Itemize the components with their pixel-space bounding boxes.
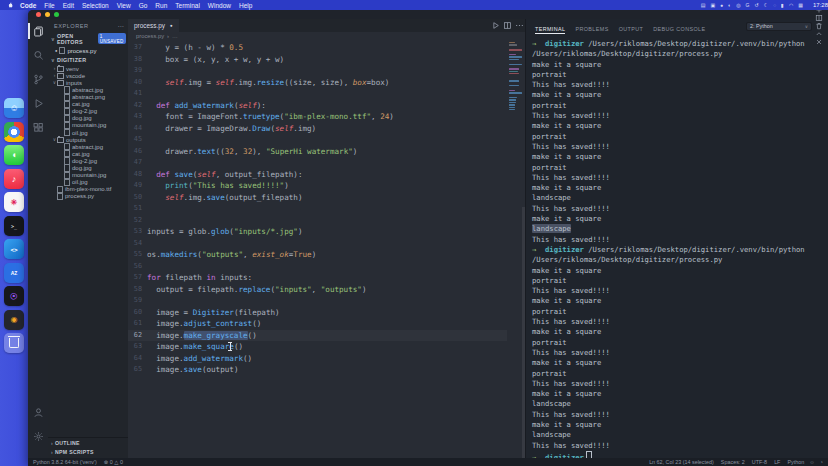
- activity-extensions-icon[interactable]: [28, 115, 48, 139]
- code-line-57[interactable]: 57for filepath in inputs:: [128, 272, 507, 284]
- vscode-dock-icon[interactable]: <>: [4, 239, 24, 259]
- code-line-58[interactable]: 58 output = filepath.replace("inputs", "…: [128, 284, 507, 296]
- code-line-61[interactable]: 61 image.adjust_contrast(): [128, 318, 507, 330]
- code-line-48[interactable]: 48 def save(self, output_filepath):: [128, 169, 507, 181]
- code-line-42[interactable]: 42 def add_watermark(self):: [128, 100, 507, 112]
- apple-menu[interactable]: [4, 2, 16, 8]
- open-editor-item[interactable]: ●process.py: [48, 46, 128, 55]
- menu-item-file[interactable]: File: [40, 2, 58, 9]
- activity-explorer-icon[interactable]: [28, 19, 48, 43]
- code-line-39[interactable]: 39: [128, 65, 507, 77]
- terminal-dock-icon[interactable]: >_: [4, 216, 24, 236]
- menu-item-window[interactable]: Window: [204, 2, 235, 9]
- code-line-65[interactable]: 65 image.save(output): [128, 364, 507, 376]
- tree-item-vscode[interactable]: ›vscode: [48, 72, 128, 79]
- modified-dot-icon[interactable]: ●: [170, 23, 173, 28]
- code-line-56[interactable]: 56: [128, 261, 507, 273]
- menu-item-run[interactable]: Run: [151, 2, 171, 9]
- input-source-icon[interactable]: G: [746, 2, 750, 8]
- photos-dock-icon[interactable]: ◉: [4, 310, 24, 330]
- messages-dock-icon[interactable]: ◖: [4, 145, 24, 165]
- code-line-64[interactable]: 64 image.add_watermark(): [128, 353, 507, 365]
- code-line-46[interactable]: 46 drawer.text((32, 32), "SuperHi waterm…: [128, 146, 507, 158]
- tree-item-cat-jpg[interactable]: cat.jpg: [48, 150, 128, 157]
- code-line-53[interactable]: 53inputs = glob.glob("inputs/*.jpg"): [128, 226, 507, 238]
- screen-mirroring-icon[interactable]: ▤: [701, 2, 706, 8]
- time-machine-icon[interactable]: ↺: [754, 2, 758, 8]
- outline-section-header[interactable]: › OUTLINE: [48, 438, 128, 447]
- menu-item-edit[interactable]: Edit: [59, 2, 78, 9]
- code-line-38[interactable]: 38 box = (x, y, x + w, y + w): [128, 54, 507, 66]
- code-line-41[interactable]: 41: [128, 88, 507, 100]
- activity-run-debug-icon[interactable]: [28, 91, 48, 115]
- close-window-button[interactable]: [36, 12, 41, 17]
- location-icon[interactable]: ◌: [773, 2, 776, 8]
- split-terminal-button[interactable]: [814, 14, 824, 22]
- tree-item-dog-jpg[interactable]: dog.jpg: [48, 115, 128, 122]
- status-encoding[interactable]: UTF-8: [752, 459, 767, 465]
- notifications-bell-icon[interactable]: ◔: [820, 459, 823, 465]
- stage-manager-icon[interactable]: ▣: [710, 2, 715, 8]
- editor-scrollbar[interactable]: [522, 207, 525, 458]
- keyboard-brightness-icon[interactable]: ◐: [728, 2, 731, 8]
- tree-item-oil-jpg[interactable]: oil.jpg: [48, 129, 128, 136]
- menu-item-help[interactable]: Help: [235, 2, 256, 9]
- code-line-51[interactable]: 51: [128, 203, 507, 215]
- code-line-59[interactable]: 59: [128, 295, 507, 307]
- tree-item-process-py[interactable]: process.py: [48, 193, 128, 200]
- npm-scripts-section-header[interactable]: › NPM SCRIPTS: [48, 447, 128, 456]
- tree-item-dog-2-jpg[interactable]: dog-2.jpg: [48, 108, 128, 115]
- code-line-62[interactable]: 62 image.make_grayscale(): [128, 330, 507, 342]
- minimize-window-button[interactable]: [45, 12, 50, 17]
- menubar-clock[interactable]: 17:28: [813, 2, 828, 8]
- code-line-43[interactable]: 43 font = ImageFont.truetype("ibm-plex-m…: [128, 111, 507, 123]
- code-line-40[interactable]: 40 self.img = self.img.resize((size, siz…: [128, 77, 507, 89]
- activity-settings-icon[interactable]: [28, 424, 48, 448]
- activity-search-icon[interactable]: [28, 43, 48, 67]
- editor-more-actions-button[interactable]: [513, 21, 525, 30]
- code-line-50[interactable]: 50 self.img.save(output_filepath): [128, 192, 507, 204]
- code-line-52[interactable]: 52: [128, 215, 507, 227]
- tree-item-mountain-jpg[interactable]: mountain.jpg: [48, 122, 128, 129]
- moon-icon[interactable]: ☾: [764, 2, 768, 8]
- menu-item-terminal[interactable]: Terminal: [171, 2, 204, 9]
- tree-item-abstract-png[interactable]: abstract.png: [48, 94, 128, 101]
- code-line-44[interactable]: 44 drawer = ImageDraw.Draw(self.img): [128, 123, 507, 135]
- code-line-49[interactable]: 49 print("This has saved!!!!"): [128, 180, 507, 192]
- tree-item-abstract-jpg[interactable]: abstract.jpg: [48, 86, 128, 93]
- status-problems[interactable]: ⊗ 0 △ 0: [104, 459, 123, 465]
- code-line-45[interactable]: 45: [128, 134, 507, 146]
- status-python-interpreter[interactable]: Python 3.8.2 64-bit ('venv'): [33, 459, 97, 465]
- panel-tab-output[interactable]: OUTPUT: [619, 24, 644, 33]
- record-icon[interactable]: ●: [720, 2, 723, 8]
- minimap[interactable]: [509, 42, 522, 111]
- tree-item-abstract-jpg[interactable]: abstract.jpg: [48, 143, 128, 150]
- zoom-window-button[interactable]: [54, 12, 59, 17]
- code-editor[interactable]: 37 y = (h - w) * 0.538 box = (x, y, x + …: [128, 40, 525, 458]
- activity-source-control-icon[interactable]: [28, 67, 48, 91]
- code-line-54[interactable]: 54: [128, 238, 507, 250]
- tree-item-outputs[interactable]: ∨outputs: [48, 136, 128, 143]
- feedback-smiley-icon[interactable]: ☺: [809, 459, 815, 465]
- workspace-section-header[interactable]: ∨ DIGITIZER: [48, 55, 128, 64]
- activity-account-icon[interactable]: [28, 400, 48, 424]
- tree-item-dog-jpg[interactable]: dog.jpg: [48, 165, 128, 172]
- panel-tab-problems[interactable]: PROBLEMS: [575, 24, 608, 33]
- control-center-icon[interactable]: ▦: [798, 2, 803, 8]
- menu-item-go[interactable]: Go: [135, 2, 152, 9]
- breadcrumb[interactable]: process.py › …: [128, 32, 525, 40]
- menu-item-selection[interactable]: Selection: [78, 2, 113, 9]
- finder-dock-icon[interactable]: ☺: [4, 98, 24, 118]
- menu-item-view[interactable]: View: [113, 2, 135, 9]
- chrome-dock-icon[interactable]: [4, 122, 24, 142]
- status-indentation[interactable]: Spaces: 2: [721, 459, 745, 465]
- menu-item-code[interactable]: Code: [16, 2, 40, 9]
- split-editor-button[interactable]: [501, 21, 513, 30]
- battery-icon[interactable]: ▮: [781, 2, 784, 8]
- tree-item-ibm-plex-mono-ttf[interactable]: ibm-plex-mono.ttf: [48, 186, 128, 193]
- status-eol[interactable]: LF: [774, 459, 780, 465]
- tree-item-oil-jpg[interactable]: oil.jpg: [48, 179, 128, 186]
- tab-process-py[interactable]: process.py ●: [128, 19, 179, 32]
- blue-utility-app-dock-icon[interactable]: AZ: [4, 263, 24, 283]
- slack-dock-icon[interactable]: ✳: [4, 192, 24, 212]
